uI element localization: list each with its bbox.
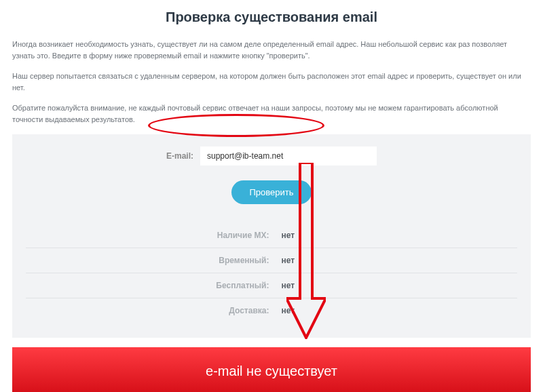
description-3: Обратите пожалуйста внимание, не каждый … — [12, 102, 531, 125]
result-value: нет — [281, 256, 295, 265]
result-row: Бесплатный: нет — [26, 273, 517, 298]
email-input[interactable] — [200, 146, 377, 165]
result-row: Доставка: нет — [26, 298, 517, 323]
check-button[interactable]: Проверить — [231, 180, 311, 204]
result-row: Наличие MX: нет — [26, 223, 517, 248]
result-label: Бесплатный: — [26, 281, 281, 290]
form-panel: E-mail: Проверить Наличие MX: нет Времен… — [12, 134, 531, 338]
result-row: Временный: нет — [26, 248, 517, 273]
description-1: Иногда возникает необходимость узнать, с… — [12, 39, 531, 61]
email-row: E-mail: — [26, 146, 517, 165]
result-label: Доставка: — [26, 306, 281, 315]
result-value: нет — [281, 281, 295, 290]
email-label: E-mail: — [166, 151, 193, 161]
result-banner: e-mail не существует — [12, 347, 531, 392]
description-2: Наш сервер попытается связаться с удален… — [12, 71, 531, 93]
result-label: Наличие MX: — [26, 231, 281, 240]
results-table: Наличие MX: нет Временный: нет Бесплатны… — [26, 223, 517, 323]
result-value: нет — [281, 231, 295, 240]
page-title: Проверка существования email — [12, 9, 531, 25]
result-value: нет — [281, 306, 295, 315]
result-label: Временный: — [26, 256, 281, 265]
